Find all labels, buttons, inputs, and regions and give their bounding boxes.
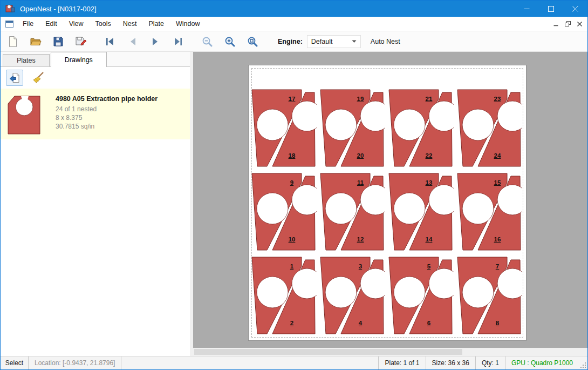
engine-select[interactable]: Default: [307, 35, 361, 48]
zoom-fit-button[interactable]: [244, 33, 261, 50]
drawing-area: 30.7815 sq/in: [56, 122, 158, 131]
menu-plate[interactable]: Plate: [142, 17, 170, 31]
part-number-top: 23: [489, 96, 506, 102]
menu-view[interactable]: View: [63, 17, 90, 31]
mdi-restore-icon: [565, 21, 571, 27]
save-as-button[interactable]: [73, 33, 89, 50]
tab-plates[interactable]: Plates: [3, 54, 50, 66]
part-number-top: 3: [352, 263, 369, 270]
nested-pair[interactable]: 34: [319, 255, 385, 335]
import-part-button[interactable]: [6, 70, 23, 86]
application-window: OpenNest - [N0317-002] FileEditViewTools…: [0, 0, 588, 370]
nested-pair[interactable]: 12: [251, 255, 317, 335]
nested-pair[interactable]: 1516: [456, 172, 522, 252]
minimize-icon: [524, 6, 530, 12]
drawing-title: 4980 A05 Extraction pipe holder: [56, 95, 158, 103]
new-document-icon: [6, 35, 19, 48]
part-number-bottom: 18: [283, 152, 300, 159]
maximize-button[interactable]: [539, 1, 563, 17]
mdi-controls: [550, 18, 585, 29]
part-thumbnail-graphic: [7, 95, 42, 135]
part-number-top: 15: [489, 179, 506, 186]
part-number-bottom: 24: [489, 152, 506, 159]
nested-pair[interactable]: 1314: [388, 172, 454, 252]
status-size: Size: 36 x 36: [426, 356, 475, 369]
next-plate-button[interactable]: [147, 33, 163, 50]
zoom-in-icon: [224, 36, 236, 48]
nested-pair[interactable]: 78: [456, 255, 522, 335]
part-number-bottom: 6: [420, 320, 437, 326]
auto-nest-label[interactable]: Auto Nest: [371, 38, 400, 45]
broom-icon: [31, 71, 45, 85]
previous-plate-button[interactable]: [125, 33, 141, 50]
first-plate-button[interactable]: [102, 33, 118, 50]
resize-grip-icon: [580, 362, 586, 368]
part-number-top: 1: [283, 263, 300, 270]
close-button[interactable]: [563, 1, 587, 17]
go-first-icon: [104, 36, 116, 48]
mdi-restore-button[interactable]: [562, 18, 573, 29]
mdi-child-icon: [5, 21, 13, 28]
nest-canvas[interactable]: 171819202122232491011121314151612345678: [193, 52, 587, 356]
new-button[interactable]: [5, 33, 21, 50]
menu-edit[interactable]: Edit: [39, 17, 63, 31]
zoom-out-button[interactable]: [199, 33, 215, 50]
drawing-info: 4980 A05 Extraction pipe holder 24 of 1 …: [56, 93, 158, 131]
nested-pair[interactable]: 1920: [319, 88, 385, 168]
part-number-top: 17: [283, 96, 300, 102]
nested-pair[interactable]: 2324: [456, 88, 522, 168]
zoom-in-button[interactable]: [222, 33, 238, 50]
resize-grip[interactable]: [579, 356, 587, 369]
mdi-child-icon: [5, 21, 13, 28]
app-logo-icon: [5, 4, 15, 13]
menu-tools[interactable]: Tools: [90, 17, 117, 31]
engine-label: Engine:: [278, 38, 303, 45]
drawing-list-item[interactable]: 4980 A05 Extraction pipe holder 24 of 1 …: [1, 89, 190, 139]
menu-file[interactable]: File: [17, 17, 39, 31]
part-number-top: 13: [420, 179, 437, 186]
part-number-top: 7: [489, 263, 506, 270]
horizontal-scrollbar[interactable]: [193, 348, 587, 356]
status-gpu: GPU : Quadro P1000: [505, 356, 579, 369]
part-number-bottom: 8: [489, 320, 506, 326]
save-as-icon: [74, 35, 87, 48]
nested-pair[interactable]: 2122: [388, 88, 454, 168]
app-logo-icon: [5, 4, 15, 13]
part-number-bottom: 10: [283, 236, 300, 243]
clean-button[interactable]: [30, 70, 47, 86]
save-button[interactable]: [50, 33, 66, 50]
scrollbar-thumb[interactable]: [194, 349, 462, 355]
nested-pair[interactable]: 56: [388, 255, 454, 335]
last-plate-button[interactable]: [170, 33, 186, 50]
status-mode: Select: [1, 356, 29, 369]
drawing-size: 8 x 8.375: [56, 113, 158, 122]
mdi-close-button[interactable]: [573, 18, 585, 29]
nested-pair[interactable]: 1718: [251, 88, 317, 168]
mdi-minimize-icon: [553, 22, 558, 26]
mdi-close-icon: [577, 22, 582, 26]
plate-cells: 171819202122232491011121314151612345678: [249, 65, 526, 340]
tab-drawings[interactable]: Drawings: [51, 52, 107, 67]
nested-pair[interactable]: 1112: [319, 172, 385, 252]
part-number-bottom: 4: [352, 320, 369, 326]
part-number-bottom: 22: [420, 152, 437, 159]
titlebar: OpenNest - [N0317-002]: [1, 1, 587, 17]
engine-value: Default: [311, 38, 333, 45]
sidebar-toolbar: [1, 67, 190, 89]
mdi-minimize-button[interactable]: [550, 18, 562, 29]
status-location: Location: [-0.9437, 21.8796]: [29, 356, 121, 369]
part-number-top: 5: [420, 263, 437, 270]
chevron-down-icon: [352, 40, 357, 43]
nested-pair[interactable]: 910: [251, 172, 317, 252]
part-number-top: 19: [352, 96, 369, 102]
menu-nest[interactable]: Nest: [117, 17, 143, 31]
menubar: FileEditViewToolsNestPlateWindow: [1, 17, 587, 31]
menu-window[interactable]: Window: [170, 17, 206, 31]
go-last-icon: [172, 36, 184, 48]
status-qty: Qty: 1: [475, 356, 505, 369]
open-button[interactable]: [28, 33, 44, 50]
close-icon: [572, 6, 578, 12]
maximize-icon: [548, 6, 554, 12]
sidebar: PlatesDrawings: [1, 52, 190, 356]
minimize-button[interactable]: [515, 1, 539, 17]
